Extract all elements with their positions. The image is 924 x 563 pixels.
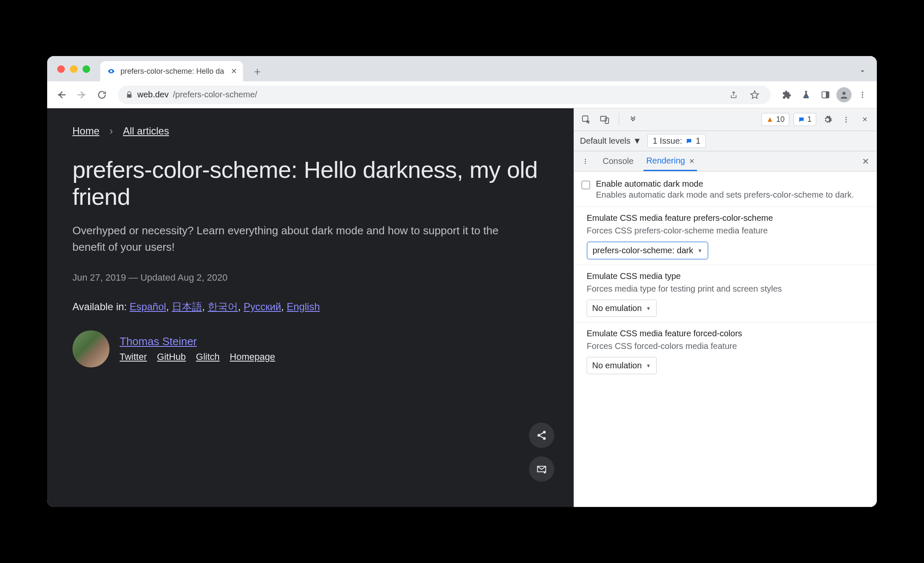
extensions-button[interactable] <box>778 86 795 103</box>
author-link-homepage[interactable]: Homepage <box>230 351 275 362</box>
section-desc: Forces CSS prefers-color-scheme media fe… <box>587 225 864 236</box>
devtools-menu-icon[interactable] <box>839 113 853 127</box>
author-info: Thomas Steiner Twitter GitHub Glitch Hom… <box>120 335 275 362</box>
forced-colors-select[interactable]: No emulation ▼ <box>587 357 657 374</box>
breadcrumb: Home › All articles <box>72 125 548 137</box>
devtools-toolbar: ▲ 10 1 ✕ <box>574 108 877 131</box>
issues-count: 1 <box>696 136 700 146</box>
tabs-overflow-button[interactable] <box>858 67 867 75</box>
content-area: Home › All articles prefers-color-scheme… <box>47 108 877 507</box>
url-path: /prefers-color-scheme/ <box>173 90 257 99</box>
devtools-close-icon[interactable]: ✕ <box>857 113 872 127</box>
console-filter-bar: Default levels ▼ 1 Issue: 1 <box>574 131 877 151</box>
toolbar-actions <box>778 86 871 103</box>
section-label: Emulate CSS media feature prefers-color-… <box>587 212 864 224</box>
breadcrumb-all-articles[interactable]: All articles <box>123 125 169 137</box>
log-levels-dropdown[interactable]: Default levels ▼ <box>580 136 641 146</box>
caret-down-icon: ▼ <box>697 248 702 254</box>
author-block: Thomas Steiner Twitter GitHub Glitch Hom… <box>72 330 548 367</box>
svg-rect-12 <box>601 116 606 121</box>
message-icon <box>686 138 692 145</box>
inspect-element-icon[interactable] <box>579 113 593 127</box>
chevron-right-icon: › <box>109 125 113 137</box>
caret-down-icon: ▼ <box>646 306 651 311</box>
floating-actions <box>529 423 554 482</box>
warnings-badge[interactable]: ▲ 10 <box>761 113 789 126</box>
profile-button[interactable] <box>836 87 852 102</box>
svg-point-14 <box>846 117 847 118</box>
available-label: Available in: <box>72 301 127 312</box>
svg-point-18 <box>585 161 586 162</box>
available-languages: Available in: Español, 日本語, 한국어, Русский… <box>72 300 548 314</box>
devtools-panel: ▲ 10 1 ✕ Default l <box>574 108 877 507</box>
lang-link[interactable]: Русский <box>243 301 281 312</box>
share-fab[interactable] <box>529 423 554 448</box>
subscribe-fab[interactable] <box>529 456 554 482</box>
section-label: Emulate CSS media type <box>587 270 864 282</box>
prefers-color-scheme-section: Emulate CSS media feature prefers-color-… <box>574 207 877 265</box>
page-date: Jun 27, 2019 — Updated Aug 2, 2020 <box>72 272 548 283</box>
media-type-select[interactable]: No emulation ▼ <box>587 300 657 317</box>
svg-point-1 <box>806 95 808 97</box>
author-link-github[interactable]: GitHub <box>157 351 186 362</box>
forced-colors-section: Emulate CSS media feature forced-colors … <box>574 322 877 379</box>
drawer-tab-rendering[interactable]: Rendering ✕ <box>644 152 697 171</box>
device-toolbar-icon[interactable] <box>598 113 612 127</box>
issues-label: 1 Issue: <box>653 136 682 146</box>
messages-count: 1 <box>807 115 812 124</box>
sidepanel-button[interactable] <box>817 86 834 103</box>
author-link-twitter[interactable]: Twitter <box>120 351 147 362</box>
drawer-close-icon[interactable]: ✕ <box>858 154 873 169</box>
back-button[interactable] <box>53 86 70 103</box>
labs-button[interactable] <box>798 86 815 103</box>
browser-tab[interactable]: prefers-color-scheme: Hello da ✕ <box>100 61 243 81</box>
devtools-settings-icon[interactable] <box>820 113 835 127</box>
more-panels-icon[interactable] <box>626 113 640 127</box>
rendering-panel: Enable automatic dark mode Enables autom… <box>574 172 877 507</box>
auto-dark-mode-checkbox[interactable] <box>582 181 590 189</box>
svg-point-17 <box>585 159 586 160</box>
tab-close-button[interactable]: ✕ <box>231 67 237 76</box>
caret-down-icon: ▼ <box>633 136 641 146</box>
new-tab-button[interactable]: ＋ <box>249 63 266 80</box>
minimize-window-button[interactable] <box>70 65 77 73</box>
close-icon[interactable]: ✕ <box>689 158 694 165</box>
svg-point-15 <box>846 119 847 120</box>
lang-link[interactable]: 한국어 <box>208 301 238 312</box>
media-type-section: Emulate CSS media type Forces media type… <box>574 265 877 322</box>
prefers-color-scheme-select[interactable]: prefers-color-scheme: dark ▼ <box>587 241 708 260</box>
issues-button[interactable]: 1 Issue: 1 <box>647 134 706 148</box>
page-subtitle: Overhyped or necessity? Learn everything… <box>72 223 515 255</box>
svg-point-16 <box>846 121 847 122</box>
address-bar[interactable]: web.dev/prefers-color-scheme/ <box>118 86 771 104</box>
svg-point-7 <box>862 97 863 98</box>
author-avatar <box>72 330 109 367</box>
lang-link[interactable]: 日本語 <box>172 301 202 312</box>
auto-dark-mode-title: Enable automatic dark mode <box>596 179 854 189</box>
lang-link[interactable]: English <box>287 301 320 312</box>
share-button[interactable] <box>725 86 742 103</box>
drawer-tab-console[interactable]: Console <box>600 152 636 170</box>
forward-button[interactable] <box>73 86 90 103</box>
auto-dark-mode-desc: Enables automatic dark mode and sets pre… <box>596 189 854 201</box>
messages-badge[interactable]: 1 <box>793 113 816 126</box>
breadcrumb-home[interactable]: Home <box>72 125 99 137</box>
svg-point-19 <box>585 163 586 164</box>
svg-point-5 <box>862 91 863 93</box>
author-link-glitch[interactable]: Glitch <box>196 351 219 362</box>
lang-link[interactable]: Español <box>130 301 166 312</box>
maximize-window-button[interactable] <box>83 65 90 73</box>
message-icon <box>798 116 805 123</box>
warnings-count: 10 <box>776 115 785 124</box>
section-desc: Forces media type for testing print and … <box>587 283 864 295</box>
chrome-menu-button[interactable] <box>854 86 871 103</box>
section-label: Emulate CSS media feature forced-colors <box>587 327 864 339</box>
warning-icon: ▲ <box>766 115 774 124</box>
reload-button[interactable] <box>93 86 110 103</box>
close-window-button[interactable] <box>57 65 65 73</box>
bookmark-button[interactable] <box>746 86 763 103</box>
author-name-link[interactable]: Thomas Steiner <box>120 335 275 348</box>
drawer-menu-icon[interactable] <box>578 154 593 169</box>
svg-point-0 <box>110 70 112 72</box>
browser-window: prefers-color-scheme: Hello da ✕ ＋ web.d… <box>47 56 877 507</box>
